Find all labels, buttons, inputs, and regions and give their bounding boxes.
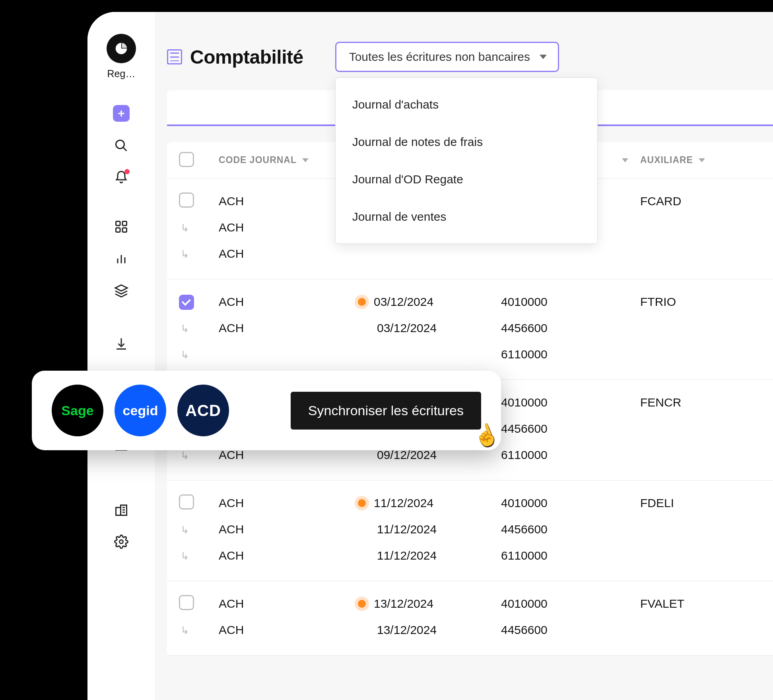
row-checkbox[interactable] — [179, 192, 194, 208]
table-row[interactable]: ↳ACH — [179, 241, 763, 267]
child-arrow-icon: ↳ — [181, 524, 192, 536]
cell-aux: FENCR — [640, 396, 744, 409]
sort-caret-icon — [622, 158, 628, 162]
child-arrow-icon: ↳ — [181, 248, 192, 261]
cell-date: 11/12/2024 — [358, 549, 501, 562]
cell-date: 03/12/2024 — [358, 321, 501, 335]
cell-date: 11/12/2024 — [358, 523, 501, 536]
chevron-down-icon — [540, 55, 547, 59]
table-row[interactable]: ↳ACH13/12/20244456600 — [179, 617, 763, 643]
cell-code: ACH — [219, 321, 358, 335]
cell-account: 6110000 — [501, 348, 640, 361]
cell-account: 4456600 — [501, 623, 640, 637]
download-icon[interactable] — [113, 336, 129, 352]
cell-account: 4010000 — [501, 496, 640, 510]
cursor-hand-icon: ☝ — [470, 419, 503, 451]
row-checkbox[interactable] — [179, 494, 194, 509]
cell-date: 13/12/2024 — [358, 623, 501, 637]
app-logo[interactable] — [107, 34, 136, 63]
bar-chart-icon[interactable] — [113, 251, 129, 266]
svg-point-21 — [120, 540, 123, 544]
page-header: Comptabilité Toutes les écritures non ba… — [167, 42, 773, 72]
table-row[interactable]: ↳ACH03/12/20244456600 — [179, 315, 763, 341]
cell-code: ACH — [219, 623, 358, 637]
table-row[interactable]: ↳ACH11/12/20244456600 — [179, 516, 763, 542]
child-arrow-icon: ↳ — [181, 449, 192, 462]
cell-code: ACH — [219, 549, 358, 562]
notifications-icon[interactable] — [113, 169, 129, 185]
sync-button[interactable]: Synchroniser les écritures ☝ — [291, 392, 481, 430]
layers-icon[interactable] — [113, 282, 129, 298]
svg-rect-2 — [116, 222, 120, 226]
app-logo-label: Reg… — [107, 68, 136, 80]
table-row[interactable]: ↳ACH11/12/20246110000 — [179, 542, 763, 569]
journal-filter-label: Toutes les écritures non bancaires — [349, 50, 530, 64]
table-row[interactable]: ACH03/12/20244010000FTRIO — [179, 289, 763, 315]
sidebar: Reg… + — [87, 12, 155, 700]
journal-option[interactable]: Journal d'achats — [336, 86, 597, 123]
svg-rect-3 — [122, 222, 127, 226]
svg-rect-4 — [116, 228, 120, 232]
cell-account: 4010000 — [501, 597, 640, 611]
column-auxiliaire[interactable]: AUXILIARE — [640, 155, 744, 165]
nav-group-primary: + — [113, 105, 130, 185]
entry-group: ACH03/12/20244010000FTRIO↳ACH03/12/20244… — [167, 279, 773, 380]
sort-caret-icon — [699, 158, 705, 162]
cell-account: 4456600 — [501, 321, 640, 335]
dashboard-icon[interactable] — [113, 219, 129, 235]
svg-marker-9 — [115, 285, 127, 291]
cell-account: 4010000 — [501, 396, 640, 409]
app-frame: Reg… + — [87, 12, 773, 700]
search-icon[interactable] — [113, 138, 129, 154]
status-dot-icon — [358, 298, 366, 306]
integration-acd[interactable]: ACD — [177, 385, 229, 436]
sort-caret-icon — [302, 158, 309, 162]
journal-filter-trigger[interactable]: Toutes les écritures non bancaires — [335, 42, 559, 72]
cell-date: 03/12/2024 — [358, 295, 501, 309]
child-arrow-icon: ↳ — [181, 323, 192, 335]
svg-line-1 — [123, 148, 127, 151]
nav-group-secondary — [113, 219, 129, 298]
main-content: Comptabilité Toutes les écritures non ba… — [155, 12, 773, 700]
cell-aux: FVALET — [640, 597, 744, 611]
integration-sage[interactable]: Sage — [52, 385, 103, 436]
row-checkbox[interactable] — [179, 295, 194, 310]
add-button[interactable]: + — [113, 105, 130, 122]
row-checkbox[interactable] — [179, 595, 194, 610]
entry-group: ACH13/12/20244010000FVALET↳ACH13/12/2024… — [167, 581, 773, 655]
cell-code: ACH — [219, 295, 358, 309]
cell-account: 4456600 — [501, 422, 640, 436]
journal-option[interactable]: Journal de notes de frais — [336, 123, 597, 161]
notification-dot — [124, 169, 130, 174]
child-arrow-icon: ↳ — [181, 550, 192, 562]
gear-icon[interactable] — [113, 534, 129, 550]
cell-account: 4456600 — [501, 523, 640, 536]
calculator-icon — [167, 49, 182, 64]
cell-account: 6110000 — [501, 549, 640, 562]
cell-code: ACH — [219, 523, 358, 536]
cell-aux: FCARD — [640, 194, 744, 208]
cell-code: ACH — [219, 247, 358, 261]
child-arrow-icon: ↳ — [181, 222, 192, 234]
child-arrow-icon: ↳ — [181, 349, 192, 361]
journal-filter: Toutes les écritures non bancaires Journ… — [335, 42, 559, 72]
table-row[interactable]: ACH13/12/20244010000FVALET — [179, 591, 763, 617]
building-icon[interactable] — [113, 502, 129, 518]
page-title: Comptabilité — [190, 46, 303, 68]
cell-account: 6110000 — [501, 448, 640, 462]
journal-option[interactable]: Journal d'OD Regate — [336, 161, 597, 198]
integration-cegid[interactable]: cegid — [115, 385, 166, 436]
sync-popover: Sage cegid ACD Synchroniser les écriture… — [32, 371, 501, 450]
status-dot-icon — [358, 499, 366, 507]
select-all-checkbox[interactable] — [179, 152, 194, 167]
nav-group-footer — [113, 502, 129, 550]
table-row[interactable]: ↳6110000 — [179, 341, 763, 368]
cell-date: 13/12/2024 — [358, 597, 501, 611]
status-dot-icon — [358, 600, 366, 608]
child-arrow-icon: ↳ — [181, 624, 192, 637]
table-row[interactable]: ACH11/12/20244010000FDELI — [179, 490, 763, 516]
cell-date: 11/12/2024 — [358, 496, 501, 510]
entry-group: ACH11/12/20244010000FDELI↳ACH11/12/20244… — [167, 480, 773, 581]
cell-code: ACH — [219, 448, 358, 462]
journal-option[interactable]: Journal de ventes — [336, 198, 597, 235]
